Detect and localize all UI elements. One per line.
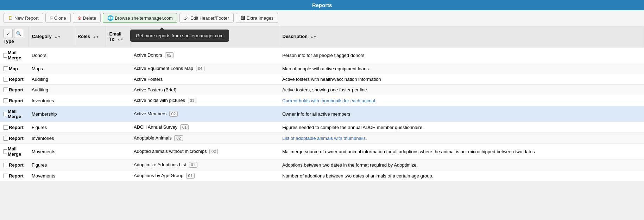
reports-table: ✓ 🔍 Type Category ▲▼ Roles ▲▼ EmailTo ▲▼ [0,26,644,181]
check-all-button[interactable]: ✓ [4,29,13,38]
cell-name[interactable]: Active holds with pictures 01 [130,95,279,106]
cell-type: Mail Merge [0,106,28,122]
report-name: Active Fosters (Brief) [134,87,176,92]
desc-sort-icon[interactable]: ▲▼ [310,35,317,39]
cell-description: Active fosters, showing one foster per l… [279,85,644,95]
cell-name[interactable]: Adopted animals without microchips 02 [130,144,279,160]
col-header-roles: Roles ▲▼ [74,26,106,47]
email-sort-icon[interactable]: ▲▼ [117,38,124,41]
table-row[interactable]: Mail Merge DonorsActive Donors 02Person … [0,47,644,63]
table-row[interactable]: Mail Merge MovementsAdopted animals with… [0,144,644,160]
cell-name[interactable]: Active Donors 02 [130,47,279,63]
cell-category: Movements [28,144,74,160]
report-name: Active Equipment Loans Map [134,66,193,71]
clone-label: Clone [54,15,66,21]
report-badge: 01 [180,124,189,130]
cell-email [106,74,130,85]
table-row[interactable]: Report MovementsAdoptions by Age Group 0… [0,170,644,181]
delete-button[interactable]: ⊗ Delete [73,13,101,23]
cell-type: Report [0,160,28,170]
row-checkbox[interactable] [4,136,8,141]
row-checkbox[interactable] [4,98,8,103]
type-value: Mail Merge [8,146,25,157]
edit-header-footer-button[interactable]: 🖊 Edit Header/Footer [179,13,234,23]
table-row[interactable]: Map MapsActive Equipment Loans Map 04Map… [0,63,644,74]
cell-category: Membership [28,106,74,122]
row-checkbox[interactable] [4,112,7,116]
extra-images-button[interactable]: 🖼 Extra Images [236,13,278,23]
row-checkbox[interactable] [4,125,8,130]
table-row[interactable]: Report FiguresAdoptimize Adoptions List … [0,160,644,170]
report-badge: 01 [188,98,196,103]
type-value: Report [9,77,24,82]
cell-type: Map [0,63,28,74]
description-text: Number of adoptions between two dates of… [282,173,433,179]
image-icon: 🖼 [240,15,245,21]
row-checkbox[interactable] [4,163,8,167]
cell-email [106,170,130,181]
report-name: Adoptable Animals [134,135,172,141]
description-text: Adoptions between two dates in the forma… [282,162,418,168]
cell-description: Figures needed to complete the annual AD… [279,122,644,133]
row-checkbox[interactable] [4,77,8,82]
row-checkbox[interactable] [4,149,7,154]
cell-category: Movements [28,170,74,181]
cell-name[interactable]: ADCH Annual Survey 01 [130,122,279,133]
table-row[interactable]: Mail Merge MembershipActive Members 02Ow… [0,106,644,122]
description-text: List of adoptable animals with thumbnail… [282,136,367,141]
row-checkbox[interactable] [4,174,8,178]
report-name: Adopted animals without microchips [134,149,207,154]
cell-email [106,95,130,106]
description-text: Person info for all people flagged donor… [282,53,366,58]
table-row[interactable]: Report InventoriesAdoptable Animals 02Li… [0,133,644,144]
new-report-button[interactable]: 🗒 New Report [4,13,43,23]
table-row[interactable]: Report AuditingActive FostersActive fost… [0,74,644,85]
roles-sort-icon[interactable]: ▲▼ [93,35,99,39]
cell-email [106,144,130,160]
report-name: Active Members [134,111,166,116]
cell-name[interactable]: Adoptions by Age Group 01 [130,170,279,181]
cell-name[interactable]: Active Fosters (Brief) [130,85,279,95]
table-row[interactable]: Report InventoriesActive holds with pict… [0,95,644,106]
row-checkbox[interactable] [4,53,7,58]
cell-description: Mailmerge source of owner and animal inf… [279,144,644,160]
table-row[interactable]: Report FiguresADCH Annual Survey 01Figur… [0,122,644,133]
cell-description: Number of adoptions between two dates of… [279,170,644,181]
type-value: Mail Merge [8,50,25,60]
cell-name[interactable]: Active Fosters [130,74,279,85]
cell-roles [74,133,106,144]
cell-roles [74,47,106,63]
cell-email [106,63,130,74]
cell-name[interactable]: Active Equipment Loans Map 04 [130,63,279,74]
cell-roles [74,170,106,181]
table-row[interactable]: Report AuditingActive Fosters (Brief)Act… [0,85,644,95]
cell-description: Person info for all people flagged donor… [279,47,644,63]
extra-images-label: Extra Images [247,15,274,21]
cell-description: Map of people with active equipment loan… [279,63,644,74]
new-report-icon: 🗒 [8,15,13,21]
cell-email [106,106,130,122]
type-value: Mail Merge [8,109,25,119]
category-sort-icon[interactable]: ▲▼ [54,35,61,39]
cell-name[interactable]: Adoptimize Adoptions List 01 [130,160,279,170]
cell-type: Mail Merge [0,47,28,63]
cell-category: Figures [28,160,74,170]
description-text: Active fosters with health/vaccination i… [282,77,381,82]
clone-button[interactable]: ⎘ Clone [45,13,71,23]
cell-type: Report [0,133,28,144]
report-name: Active holds with pictures [134,98,185,103]
cell-category: Auditing [28,85,74,95]
col-header-description: Description ▲▼ [279,26,644,47]
report-badge: 04 [196,66,204,71]
cell-name[interactable]: Adoptable Animals 02 [130,133,279,144]
search-button[interactable]: 🔍 [14,29,23,38]
cell-type: Report [0,170,28,181]
type-col-label: Type [4,39,25,44]
description-text: Mailmerge source of owner and animal inf… [282,149,535,154]
row-checkbox[interactable] [4,88,8,92]
cell-name[interactable]: Active Members 02 [130,106,279,122]
browse-button[interactable]: 🌐 Browse sheltermanager.com Get more rep… [103,13,177,23]
cell-type: Report [0,122,28,133]
row-checkbox[interactable] [4,66,8,71]
type-value: Report [9,173,24,179]
